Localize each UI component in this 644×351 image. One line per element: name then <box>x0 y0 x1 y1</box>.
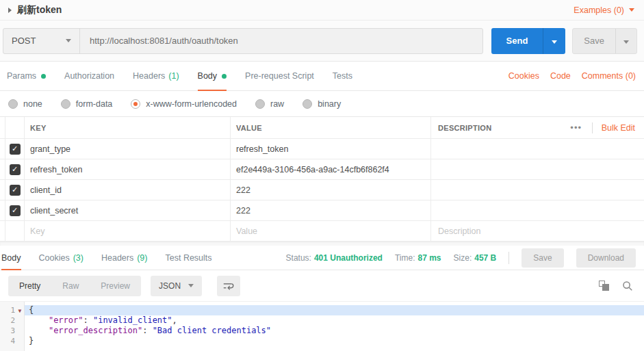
send-options-caret[interactable] <box>543 36 565 46</box>
body-mode-label: raw <box>270 99 284 109</box>
body-mode-x-www-form-urlencoded[interactable]: x-www-form-urlencoded <box>131 99 237 109</box>
tab-params[interactable]: Params <box>7 62 46 90</box>
method-select[interactable]: POST <box>3 29 80 53</box>
tab-label: Params <box>7 71 36 81</box>
examples-dropdown[interactable]: Examples (0) <box>574 5 634 15</box>
url-input[interactable]: http://localhost:8081/auth/oauth/token <box>80 29 482 53</box>
kv-value[interactable]: ef2e449a-3106-456a-a9ac-14cfb6f862f4 <box>231 159 431 179</box>
kv-value[interactable]: 222 <box>231 180 431 200</box>
download-response-button[interactable]: Download <box>576 248 636 268</box>
row-checkbox[interactable]: ✓ <box>10 164 21 175</box>
row-checkbox[interactable]: ✓ <box>10 205 21 216</box>
unsaved-dot-icon <box>41 74 46 79</box>
body-mode-form-data[interactable]: form-data <box>61 99 113 109</box>
fold-caret-icon[interactable]: ▼ <box>18 308 22 314</box>
kv-description[interactable] <box>431 159 644 179</box>
save-button[interactable]: Save <box>572 28 637 54</box>
kv-value[interactable]: refresh_token <box>231 139 431 159</box>
kv-description[interactable] <box>431 200 644 220</box>
cookies-link[interactable]: Cookies <box>508 71 539 81</box>
more-options-icon[interactable]: ••• <box>561 122 592 133</box>
kv-key[interactable]: client_secret <box>25 200 231 220</box>
copy-icon[interactable] <box>599 281 609 291</box>
tab-label: Test Results <box>165 253 211 263</box>
search-icon[interactable] <box>622 281 633 291</box>
tab-body[interactable]: Body <box>198 62 227 90</box>
postman-request-window: 刷新token Examples (0) POST http://localho… <box>0 0 644 351</box>
collapse-caret-icon[interactable] <box>8 8 12 13</box>
examples-label: Examples (0) <box>574 5 624 15</box>
vertical-divider <box>508 252 509 264</box>
request-tabs-row: ParamsAuthorizationHeaders(1)BodyPre-req… <box>0 62 644 91</box>
response-tab-test-results[interactable]: Test Results <box>165 246 211 270</box>
line-gutter: 3 <box>0 326 25 336</box>
code-line: 1▼{ <box>0 305 644 315</box>
line-number: 2 <box>0 315 15 326</box>
body-mode-raw[interactable]: raw <box>255 99 284 109</box>
code-link[interactable]: Code <box>550 71 571 81</box>
row-checkbox[interactable]: ✓ <box>10 144 21 155</box>
table-row: ✓refresh_tokenef2e449a-3106-456a-a9ac-14… <box>0 159 644 180</box>
token-str: "invalid_client" <box>93 315 172 325</box>
viewer-mode-raw[interactable]: Raw <box>51 276 90 296</box>
code-content: "error": "invalid_client", <box>25 315 644 326</box>
line-number: 4 <box>0 336 15 346</box>
response-viewer-toolbar: PrettyRawPreview JSON <box>0 270 644 302</box>
bulk-edit-link[interactable]: Bulk Edit <box>593 123 644 133</box>
viewer-mode-pretty[interactable]: Pretty <box>8 276 51 296</box>
tab-pre-request-script[interactable]: Pre-request Script <box>245 62 314 90</box>
kv-key[interactable]: client_id <box>25 180 231 200</box>
body-mode-binary[interactable]: binary <box>302 99 341 109</box>
comments-link[interactable]: Comments (0) <box>582 71 636 81</box>
kv-key[interactable]: grant_type <box>25 139 231 159</box>
body-mode-label: form-data <box>76 99 113 109</box>
tab-authorization[interactable]: Authorization <box>64 62 114 90</box>
drag-handle[interactable] <box>0 139 5 159</box>
new-value-input[interactable]: Value <box>231 221 431 241</box>
drag-handle[interactable] <box>0 180 5 200</box>
response-tab-body[interactable]: Body <box>1 246 21 270</box>
new-key-input[interactable]: Key <box>25 221 231 241</box>
wrap-lines-icon <box>222 281 235 291</box>
tab-headers[interactable]: Headers(1) <box>133 62 179 90</box>
drag-handle[interactable] <box>0 159 5 179</box>
request-title: 刷新token <box>17 4 62 16</box>
tab-count: (1) <box>168 71 179 81</box>
wrap-lines-button[interactable] <box>217 276 240 296</box>
request-title-bar: 刷新token Examples (0) <box>0 0 644 21</box>
token-punc: : <box>142 326 152 335</box>
body-mode-none[interactable]: none <box>8 99 42 109</box>
select-all-column <box>5 117 25 138</box>
quick-links: Cookies Code Comments (0) <box>508 71 636 81</box>
tab-label: Body <box>1 253 21 263</box>
table-row: ✓grant_typerefresh_token <box>0 139 644 159</box>
tab-label: Authorization <box>64 71 114 81</box>
line-number: 3 <box>0 326 15 336</box>
kv-description[interactable] <box>431 139 644 159</box>
time-value: 87 ms <box>418 253 441 263</box>
tab-tests[interactable]: Tests <box>333 62 352 90</box>
response-body-viewer[interactable]: 1▼{2 "error": "invalid_client",3 "error_… <box>0 302 644 351</box>
kv-description[interactable] <box>431 180 644 200</box>
status-value: 401 Unauthorized <box>314 253 383 263</box>
save-response-button[interactable]: Save <box>521 248 563 268</box>
new-description-input[interactable]: Description <box>431 221 644 241</box>
language-select[interactable]: JSON <box>151 276 202 296</box>
drag-handle[interactable] <box>0 200 5 220</box>
kv-key[interactable]: refresh_token <box>25 159 231 179</box>
kv-value[interactable]: 222 <box>231 200 431 220</box>
response-tab-cookies[interactable]: Cookies(3) <box>39 246 83 270</box>
response-tab-headers[interactable]: Headers(9) <box>101 246 148 270</box>
save-options-caret[interactable] <box>616 36 636 46</box>
tab-count: (3) <box>73 253 83 263</box>
response-meta-bar: BodyCookies(3)Headers(9)Test Results Sta… <box>0 246 644 270</box>
viewer-mode-preview[interactable]: Preview <box>90 276 141 296</box>
send-button[interactable]: Send <box>491 28 566 54</box>
send-label: Send <box>491 36 543 46</box>
token-punc: } <box>29 336 34 346</box>
token-key: "error" <box>49 315 83 325</box>
response-status-group: Status:401 Unauthorized Time:87 ms Size:… <box>286 248 636 268</box>
code-line: 2 "error": "invalid_client", <box>0 315 644 326</box>
save-label: Save <box>573 36 615 46</box>
row-checkbox[interactable]: ✓ <box>10 185 21 196</box>
